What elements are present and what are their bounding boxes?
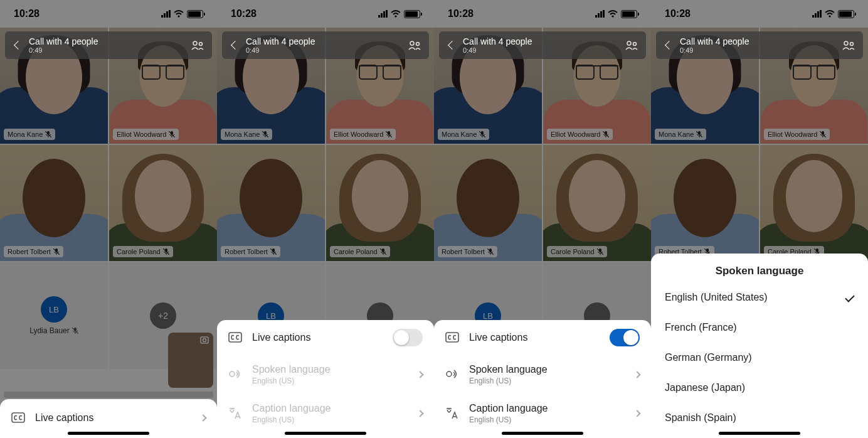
home-indicator[interactable] (285, 432, 366, 435)
signal-icon (378, 10, 388, 18)
chevron-right-icon (633, 371, 640, 378)
cc-icon (445, 331, 459, 344)
mic-off-icon (479, 131, 485, 137)
check-icon (845, 292, 855, 302)
language-option[interactable]: English (United States) (651, 282, 868, 312)
participant-name-pill: Carole Poland (547, 246, 607, 257)
mic-off-icon (169, 131, 175, 137)
back-icon[interactable] (231, 41, 240, 50)
call-header[interactable]: Call with 4 people 0:49 (222, 31, 429, 59)
participant-name-pill: Elliot Woodward (547, 129, 613, 140)
people-icon[interactable] (625, 40, 638, 51)
mic-off-icon (487, 248, 494, 255)
live-captions-toggle-row[interactable]: Live captions (217, 320, 434, 355)
caption-language-row[interactable]: Caption languageEnglish (US) (434, 394, 651, 433)
mic-off-icon (163, 248, 169, 255)
chevron-right-icon (633, 410, 640, 417)
call-title: Call with 4 people (246, 36, 408, 47)
call-title: Call with 4 people (29, 36, 191, 47)
chevron-right-icon (199, 414, 206, 421)
camera-icon (200, 336, 210, 345)
chevron-right-icon (416, 371, 423, 378)
cc-icon (228, 331, 242, 344)
participant-grid: Mona Kane Elliot Woodward Robert Tolbert… (651, 28, 868, 261)
status-time: 10:28 (448, 8, 474, 19)
participant-tile[interactable]: Robert Tolbert (0, 145, 108, 261)
battery-icon (621, 10, 637, 18)
battery-icon (838, 10, 854, 18)
spoken-language-icon (445, 368, 459, 381)
participant-name-pill: Mona Kane (438, 129, 489, 140)
call-duration: 0:49 (680, 46, 842, 54)
call-title: Call with 4 people (463, 36, 625, 47)
screen-3: 10:28 Mona Kane Elliot Woodward Robert T… (434, 0, 651, 438)
wifi-icon (174, 10, 184, 18)
language-option[interactable]: Spanish (Spain) (651, 403, 868, 433)
mic-off-icon (597, 248, 603, 255)
signal-icon (161, 10, 171, 18)
participant-name-pill: Carole Poland (330, 246, 390, 257)
wifi-icon (825, 10, 835, 18)
mic-off-icon (270, 248, 277, 255)
participant-placeholder[interactable]: LB Lydia Bauer (0, 262, 108, 369)
spoken-language-row[interactable]: Spoken languageEnglish (US) (434, 355, 651, 394)
status-bar: 10:28 (0, 0, 217, 28)
status-bar: 10:28 (651, 0, 868, 28)
battery-icon (187, 10, 203, 18)
cc-icon (11, 412, 25, 424)
participant-grid: Mona Kane Elliot Woodward Robert Tolbert… (0, 28, 217, 369)
participant-name-pill: Robert Tolbert (438, 246, 497, 257)
people-icon[interactable] (842, 40, 855, 51)
participant-name-pill: Mona Kane (4, 129, 55, 140)
caption-language-row: Caption languageEnglish (US) (217, 394, 434, 433)
participant-name-pill: Robert Tolbert (4, 246, 63, 257)
back-icon[interactable] (14, 41, 23, 50)
live-captions-row[interactable]: Live captions (0, 403, 217, 433)
live-captions-toggle-row[interactable]: Live captions (434, 320, 651, 355)
participant-tile[interactable]: Carole Poland (326, 145, 434, 261)
back-icon[interactable] (665, 41, 674, 50)
participant-tile[interactable]: Robert Tolbert (651, 145, 759, 261)
language-option[interactable]: French (France) (651, 312, 868, 343)
captions-settings-sheet: Live captions Spoken languageEnglish (US… (434, 320, 651, 438)
language-option[interactable]: Japanese (Japan) (651, 373, 868, 403)
home-indicator[interactable] (502, 432, 583, 435)
participant-grid: Mona Kane Elliot Woodward Robert Tolbert… (217, 28, 434, 369)
status-time: 10:28 (14, 8, 40, 19)
status-bar: 10:28 (217, 0, 434, 28)
status-icons (378, 10, 420, 18)
status-icons (595, 10, 637, 18)
participant-tile[interactable]: Carole Poland (543, 145, 651, 261)
people-icon[interactable] (191, 40, 204, 51)
mic-off-icon (386, 131, 392, 137)
mic-off-icon (380, 248, 386, 255)
language-option[interactable]: German (Germany) (651, 343, 868, 373)
sheet-title: Spoken language (651, 254, 868, 282)
status-time: 10:28 (231, 8, 257, 19)
call-header[interactable]: Call with 4 people 0:49 (5, 31, 212, 59)
back-icon[interactable] (448, 41, 457, 50)
mic-off-icon (53, 248, 60, 255)
participant-name-pill: Mona Kane (655, 129, 706, 140)
home-indicator[interactable] (68, 432, 149, 435)
mic-off-icon (262, 131, 268, 137)
mic-off-icon (603, 131, 609, 137)
participant-tile[interactable]: Robert Tolbert (434, 145, 542, 261)
home-indicator[interactable] (719, 432, 800, 435)
people-icon[interactable] (408, 40, 421, 51)
info-strip (4, 392, 213, 398)
captions-toggle[interactable] (393, 329, 423, 346)
captions-toggle[interactable] (610, 329, 640, 346)
wifi-icon (608, 10, 618, 18)
self-video[interactable] (168, 333, 213, 388)
participant-tile[interactable]: Carole Poland (760, 145, 868, 261)
chevron-right-icon (416, 410, 423, 417)
call-header[interactable]: Call with 4 people 0:49 (656, 31, 863, 59)
participant-name-pill: Elliot Woodward (330, 129, 396, 140)
call-header[interactable]: Call with 4 people 0:49 (439, 31, 646, 59)
participant-name-pill: Robert Tolbert (221, 246, 280, 257)
participant-tile[interactable]: Robert Tolbert (217, 145, 325, 261)
signal-icon (812, 10, 822, 18)
language-picker-sheet: Spoken language English (United States) … (651, 254, 868, 438)
participant-tile[interactable]: Carole Poland (109, 145, 217, 261)
